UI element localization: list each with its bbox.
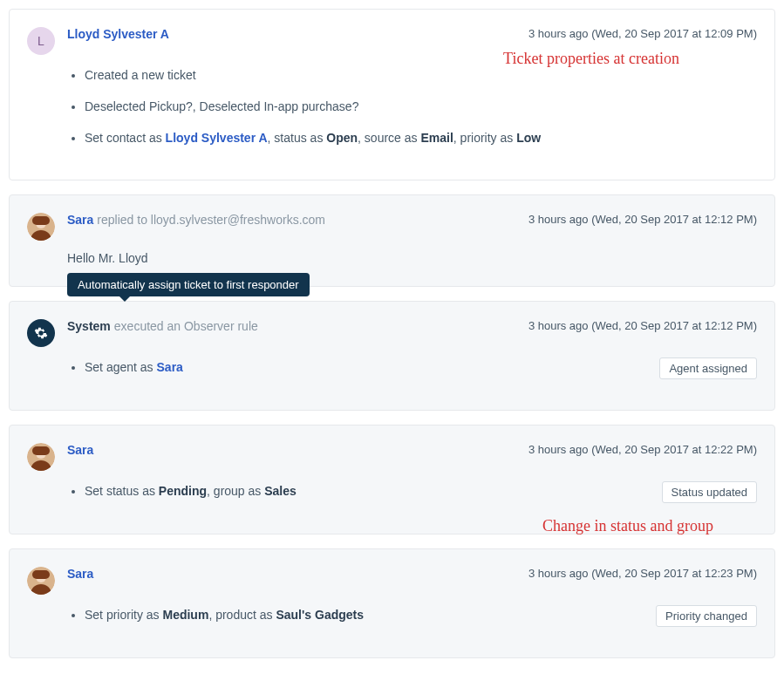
- value-bold: Email: [420, 131, 453, 145]
- message-body: Hello Mr. Lloyd: [67, 251, 757, 265]
- event-content: Status updated Set status as Pending, gr…: [67, 481, 757, 502]
- list-item: Deselected Pickup?, Deselected In-app pu…: [85, 97, 757, 118]
- header-left: System executed an Observer rule: [67, 319, 258, 333]
- activity-list: Created a new ticket Deselected Pickup?,…: [67, 65, 757, 148]
- event-content: Hello Mr. Lloyd: [67, 251, 757, 265]
- timestamp: 3 hours ago (Wed, 20 Sep 2017 at 12:12 P…: [528, 213, 757, 226]
- timestamp: 3 hours ago (Wed, 20 Sep 2017 at 12:23 P…: [528, 567, 757, 580]
- avatar-photo: [27, 567, 55, 595]
- person-icon: [27, 213, 55, 241]
- activity-event: Sara 3 hours ago (Wed, 20 Sep 2017 at 12…: [9, 425, 775, 534]
- text: , source as: [358, 131, 420, 145]
- event-header: System executed an Observer rule 3 hours…: [27, 319, 757, 347]
- tooltip: Automatically assign ticket to first res…: [67, 273, 310, 296]
- status-badge: Priority changed: [656, 605, 757, 627]
- action-text: executed an Observer rule: [114, 319, 258, 333]
- actor-link[interactable]: Sara: [67, 213, 93, 227]
- svg-rect-5: [32, 446, 50, 455]
- event-content: Agent assigned Set agent as Sara: [67, 357, 757, 378]
- value-bold: Saul's Gadgets: [276, 608, 364, 622]
- list-item: Set agent as Sara: [85, 357, 757, 378]
- text: Set agent as: [85, 360, 157, 374]
- activity-list: Set agent as Sara: [67, 357, 757, 378]
- text: Set status as: [85, 484, 159, 498]
- status-badge: Agent assigned: [659, 357, 757, 379]
- avatar-photo: [27, 213, 55, 241]
- timestamp: 3 hours ago (Wed, 20 Sep 2017 at 12:22 P…: [528, 443, 757, 456]
- svg-rect-2: [32, 216, 50, 225]
- list-item: Set status as Pending, group as Sales: [85, 481, 757, 502]
- header-main: System executed an Observer rule 3 hours…: [67, 319, 757, 333]
- event-content: Created a new ticket Deselected Pickup?,…: [67, 65, 757, 148]
- text: , product as: [208, 608, 276, 622]
- annotation: Change in status and group: [542, 515, 713, 537]
- value-bold: Pending: [159, 484, 207, 498]
- text: Set contact as: [85, 131, 166, 145]
- avatar-system: [27, 319, 55, 347]
- header-main: Sara 3 hours ago (Wed, 20 Sep 2017 at 12…: [67, 443, 757, 457]
- activity-event: L Lloyd Sylvester A 3 hours ago (Wed, 20…: [9, 9, 775, 180]
- header-left: Sara: [67, 443, 93, 457]
- agent-link[interactable]: Sara: [157, 360, 183, 374]
- value-bold: Medium: [162, 608, 208, 622]
- actor-system: System: [67, 319, 111, 333]
- text: , priority as: [453, 131, 516, 145]
- header-left: Sara replied to lloyd.sylvester@freshwor…: [67, 213, 325, 227]
- event-header: Sara 3 hours ago (Wed, 20 Sep 2017 at 12…: [27, 567, 757, 595]
- header-left: Lloyd Sylvester A: [67, 27, 169, 41]
- action-text: replied to lloyd.sylvester@freshworks.co…: [97, 213, 325, 227]
- actor-link[interactable]: Lloyd Sylvester A: [67, 27, 169, 41]
- value-bold: Open: [326, 131, 358, 145]
- svg-rect-8: [32, 570, 50, 579]
- value-bold: Low: [516, 131, 541, 145]
- status-badge: Status updated: [662, 481, 757, 503]
- header-main: Sara 3 hours ago (Wed, 20 Sep 2017 at 12…: [67, 567, 757, 581]
- event-content: Priority changed Set priority as Medium,…: [67, 605, 757, 626]
- activity-list: Set priority as Medium, product as Saul'…: [67, 605, 757, 626]
- text: , group as: [207, 484, 264, 498]
- avatar-initial: L: [27, 27, 55, 55]
- person-icon: [27, 443, 55, 471]
- actor-link[interactable]: Sara: [67, 567, 93, 581]
- contact-link[interactable]: Lloyd Sylvester A: [166, 131, 268, 145]
- header-main: Lloyd Sylvester A 3 hours ago (Wed, 20 S…: [67, 27, 757, 41]
- event-header: L Lloyd Sylvester A 3 hours ago (Wed, 20…: [27, 27, 757, 55]
- header-main: Sara replied to lloyd.sylvester@freshwor…: [67, 213, 757, 227]
- value-bold: Sales: [264, 484, 297, 498]
- timestamp: 3 hours ago (Wed, 20 Sep 2017 at 12:09 P…: [528, 27, 757, 40]
- gear-icon: [34, 326, 48, 340]
- event-header: Sara replied to lloyd.sylvester@freshwor…: [27, 213, 757, 241]
- person-icon: [27, 567, 55, 595]
- list-item: Created a new ticket: [85, 65, 757, 86]
- activity-event: Sara 3 hours ago (Wed, 20 Sep 2017 at 12…: [9, 548, 775, 658]
- text: Set priority as: [85, 608, 162, 622]
- activity-event: Automatically assign ticket to first res…: [9, 301, 775, 411]
- event-header: Sara 3 hours ago (Wed, 20 Sep 2017 at 12…: [27, 443, 757, 471]
- avatar-photo: [27, 443, 55, 471]
- text: , status as: [268, 131, 327, 145]
- header-left: Sara: [67, 567, 93, 581]
- actor-link[interactable]: Sara: [67, 443, 93, 457]
- list-item: Set contact as Lloyd Sylvester A, status…: [85, 128, 757, 149]
- activity-list: Set status as Pending, group as Sales: [67, 481, 757, 502]
- timestamp: 3 hours ago (Wed, 20 Sep 2017 at 12:12 P…: [528, 319, 757, 332]
